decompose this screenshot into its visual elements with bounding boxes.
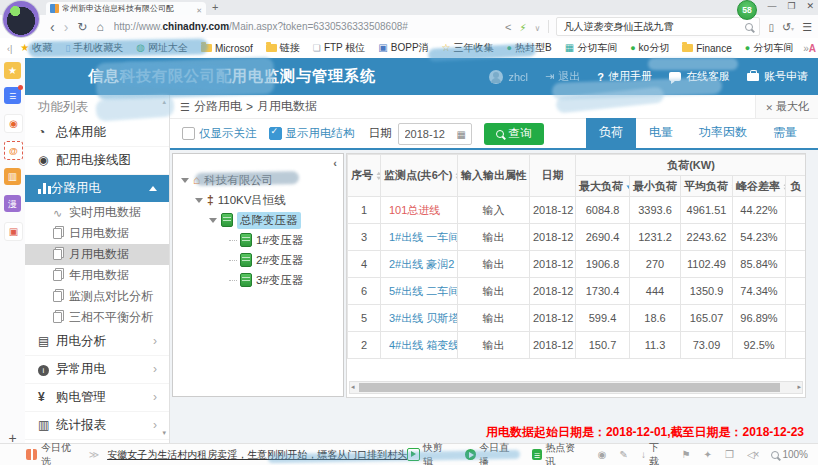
expander-icon[interactable] [181, 178, 189, 183]
monitor-point-link[interactable]: 3#出线 贝斯塔德3 [389, 312, 458, 324]
bookmarks-sidebar-toggle-icon[interactable] [7, 41, 12, 55]
bookmark-item[interactable]: 链接 [266, 41, 300, 55]
forward-button[interactable] [64, 19, 69, 35]
submenu-item-point-compare[interactable]: 监测点对比分析 [25, 286, 169, 307]
bookmark-item[interactable]: FTP 根位 [313, 41, 366, 55]
scroll-left-icon[interactable]: ◂ [351, 382, 355, 392]
bookmark-item[interactable]: 分切车间 [745, 41, 793, 55]
col-monitor-point[interactable]: 监测点(共6个) [381, 155, 458, 197]
checkbox-checked-icon[interactable] [269, 127, 282, 140]
menu-item-purchase-mgmt[interactable]: 购电管理 › [25, 384, 169, 412]
zoom-control[interactable]: 100% [771, 449, 808, 460]
restore-button[interactable] [787, 1, 795, 11]
pointer-icon[interactable] [704, 449, 712, 460]
menu-item-branch-power[interactable]: 分路用电 [25, 175, 169, 202]
table-row[interactable]: 2 4#出线 箱变线4 输出 2018-12 150.7 11.3 73.09 … [348, 332, 807, 359]
date-input[interactable] [398, 123, 472, 145]
expander-icon[interactable] [209, 218, 217, 223]
monitor-point-link[interactable]: 1#出线 一车间 [389, 231, 458, 243]
calendar-icon[interactable] [457, 127, 466, 141]
menu-item-abnormal-power[interactable]: 异常用电 › [25, 356, 169, 384]
monitor-point-link[interactable]: 2#出线 豪润2 [389, 258, 454, 270]
close-button[interactable] [806, 1, 814, 11]
scroll-down-icon[interactable]: ▾ [162, 429, 166, 437]
tree-node-main-transformer[interactable]: 总降变压器 [173, 210, 343, 230]
boost-icon[interactable] [519, 20, 526, 34]
table-row[interactable]: 6 5#出线 二车间 输出 2018-12 1730.4 444 1350.9 … [348, 278, 807, 305]
tab-power-factor[interactable]: 功率因数 [686, 118, 760, 149]
new-tab-button[interactable] [212, 0, 218, 14]
monitor-point-link[interactable]: 101总进线 [389, 204, 440, 216]
back-button[interactable] [50, 19, 55, 35]
url-bar[interactable]: http://www.chinadny.com/Main.aspx?token=… [114, 18, 414, 35]
flag-icon[interactable] [682, 449, 691, 460]
speed-score-badge[interactable]: 58 [737, 0, 757, 20]
favorites-icon[interactable] [4, 62, 21, 79]
menu-item-overall-energy[interactable]: 总体用能 [25, 119, 169, 147]
checkbox-unchecked-icon[interactable] [182, 127, 195, 140]
download-button[interactable]: 下载 [641, 441, 669, 465]
status-tool[interactable]: 今日直播 [465, 441, 518, 465]
col-max-load[interactable]: 最大负荷 [576, 176, 630, 197]
online-service-link[interactable]: 在线客服 [669, 69, 730, 84]
bookmark-item[interactable]: Finance [682, 43, 732, 54]
chevron-down-icon[interactable] [535, 20, 541, 34]
maximize-button[interactable]: 最大化 [755, 95, 818, 118]
bookmark-item[interactable]: 手机收藏夹 [65, 41, 123, 55]
tree-node-transformer-1[interactable]: 1#变压器 [173, 230, 343, 250]
monitor-point-link[interactable]: 4#出线 箱变线4 [389, 339, 458, 351]
menu-item-wiring-diagram[interactable]: 配用电接线图 [25, 147, 169, 175]
query-button[interactable]: 查询 [484, 123, 544, 145]
bookmark-item[interactable]: 热封型B [507, 41, 552, 55]
sort-icon[interactable] [376, 171, 381, 181]
show-structure-checkbox[interactable]: 显示用电结构 [269, 126, 355, 141]
bookmark-item[interactable]: 三年收集 [442, 41, 494, 55]
col-index[interactable]: 序号 [348, 155, 381, 197]
mute-icon[interactable] [747, 449, 759, 460]
scroll-up-icon[interactable]: ▴ [162, 98, 166, 106]
table-row[interactable]: 3 1#出线 一车间 输出 2018-12 2690.4 1231.2 2243… [348, 224, 807, 251]
bookmark-item[interactable]: 分切车间 [565, 41, 617, 55]
bookmark-item[interactable]: 收藏 [20, 41, 52, 55]
scroll-right-icon[interactable]: ▸ [797, 382, 801, 392]
history-control[interactable] [782, 20, 794, 34]
horizontal-scrollbar[interactable]: ◂ ▸ [349, 381, 803, 394]
monitor-point-link[interactable]: 5#出线 二车间 [389, 285, 458, 297]
home-button[interactable] [96, 20, 103, 34]
manual-link[interactable]: ? 使用手册 [597, 69, 652, 84]
share-icon[interactable] [505, 20, 511, 34]
submenu-item-daily-data[interactable]: 日用电数据 [25, 223, 169, 244]
window-icon[interactable] [725, 449, 734, 460]
bookmark-item[interactable]: BOPP消 [378, 41, 428, 55]
submenu-item-realtime-data[interactable]: 实时用电数据 [25, 202, 169, 223]
bookmark-item[interactable]: ko分切 [630, 41, 669, 55]
tree-node-transformer-2[interactable]: 2#变压器 [173, 250, 343, 270]
news-headline-link[interactable]: 安徽女子为生活村内租房卖淫，生意刚刚开始，嫖客从门口排到村头 [107, 448, 407, 462]
only-follow-checkbox[interactable]: 仅显示关注 [182, 126, 257, 141]
daily-picks-label[interactable]: 今日优选 [41, 441, 81, 465]
status-tool[interactable]: 热点资讯 [532, 441, 585, 465]
user-menu[interactable]: zhcl [489, 70, 528, 84]
news-feed-icon[interactable] [4, 87, 21, 104]
browser-logo-icon[interactable] [3, 1, 39, 37]
ticker-toggle-icon[interactable]: ≫ [89, 449, 99, 460]
tree-node-line[interactable]: 110KV吕恒线 [173, 190, 343, 210]
col-peak-valley-rate[interactable]: 峰谷差率 [733, 176, 786, 197]
minimize-button[interactable] [767, 1, 776, 11]
camera-icon[interactable] [598, 449, 607, 460]
bookmark-item[interactable]: Microsof [201, 43, 253, 54]
sort-desc-icon[interactable] [626, 184, 630, 190]
tab-demand[interactable]: 需量 [760, 118, 810, 149]
submenu-item-three-phase[interactable]: 三相不平衡分析 [25, 307, 169, 328]
bookmark-item[interactable]: 网址大全 [136, 41, 188, 55]
col-min-load[interactable]: 最小负荷 [630, 176, 681, 197]
browser-tab[interactable]: 常州新申达信息科技有限公司配 [46, 2, 206, 15]
date-value-field[interactable] [399, 127, 457, 141]
col-date[interactable]: 日期 [530, 155, 576, 197]
translate-extension-icon[interactable] [809, 43, 816, 54]
browser-menu-icon[interactable] [802, 20, 812, 34]
game-icon[interactable] [4, 222, 23, 241]
tab-load[interactable]: 负荷 [586, 118, 636, 149]
col-avg-load[interactable]: 平均负荷 [681, 176, 733, 197]
account-apply-link[interactable]: 账号申请 [747, 69, 808, 84]
